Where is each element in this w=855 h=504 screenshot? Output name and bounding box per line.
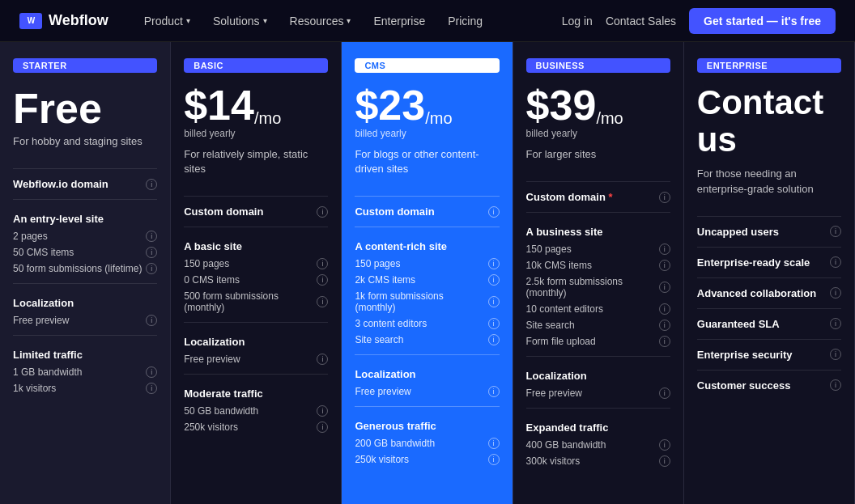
feature-label: 3 content editors: [355, 318, 484, 329]
feature-row: 200 GB bandwidth i: [355, 435, 499, 451]
info-icon[interactable]: i: [146, 179, 157, 190]
feature-row: Guaranteed SLA i: [697, 316, 841, 332]
feature-section: Localization: [526, 370, 670, 382]
business-desc: For larger sites: [526, 147, 670, 162]
feature-title: Advanced collaboration: [697, 287, 827, 299]
info-icon[interactable]: i: [659, 260, 670, 271]
feature-row: Custom domain i: [184, 203, 328, 220]
info-icon[interactable]: i: [488, 334, 500, 345]
nav-pricing[interactable]: Pricing: [438, 10, 492, 32]
nav-solutions[interactable]: Solutions ▾: [203, 10, 277, 32]
cms-price: $23/mo: [355, 84, 499, 126]
divider: [526, 356, 670, 357]
business-price: $39/mo: [526, 84, 670, 126]
starter-price: Free: [13, 84, 157, 133]
info-icon[interactable]: i: [659, 282, 670, 293]
feature-label: 400 GB bandwidth: [526, 439, 656, 451]
pricing-section: STARTER Free For hobby and staging sites…: [0, 42, 855, 504]
divider: [355, 196, 499, 197]
feature-section: Localization: [355, 368, 499, 380]
info-icon[interactable]: i: [659, 439, 670, 451]
info-icon[interactable]: i: [488, 386, 500, 397]
info-icon[interactable]: i: [488, 318, 500, 329]
info-icon[interactable]: i: [317, 274, 328, 286]
feature-section: Moderate traffic: [184, 388, 328, 400]
feature-label: Free preview: [184, 354, 313, 365]
divider: [13, 168, 157, 169]
feature-title: Customer success: [697, 379, 827, 392]
feature-label: Form file upload: [526, 336, 656, 347]
feature-label: 2 pages: [13, 231, 142, 242]
nav-resources[interactable]: Resources ▾: [280, 10, 361, 32]
feature-row: Custom domain * i: [526, 188, 670, 205]
feature-label: 150 pages: [355, 258, 484, 269]
info-icon[interactable]: i: [830, 318, 841, 329]
nav-enterprise[interactable]: Enterprise: [364, 10, 435, 32]
feature-label: 50 form submissions (lifetime): [13, 263, 142, 274]
plan-starter: STARTER Free For hobby and staging sites…: [0, 42, 171, 504]
info-icon[interactable]: i: [659, 455, 670, 467]
info-icon[interactable]: i: [659, 192, 670, 203]
info-icon[interactable]: i: [146, 366, 157, 378]
info-icon[interactable]: i: [488, 438, 500, 449]
info-icon[interactable]: i: [146, 383, 157, 394]
login-button[interactable]: Log in: [562, 15, 593, 28]
feature-title: Custom domain: [184, 205, 313, 218]
basic-price: $14/mo: [184, 84, 328, 126]
cms-billed: billed yearly: [355, 128, 499, 139]
info-icon[interactable]: i: [830, 287, 841, 299]
feature-label: 0 CMS items: [184, 274, 313, 286]
info-icon[interactable]: i: [317, 421, 328, 433]
info-icon[interactable]: i: [488, 206, 500, 218]
info-icon[interactable]: i: [146, 247, 157, 258]
info-icon[interactable]: i: [146, 263, 157, 274]
info-icon[interactable]: i: [830, 349, 841, 360]
info-icon[interactable]: i: [317, 206, 328, 218]
feature-label: Site search: [355, 334, 484, 345]
info-icon[interactable]: i: [659, 303, 670, 315]
business-billed: billed yearly: [526, 128, 670, 139]
info-icon[interactable]: i: [488, 274, 500, 286]
logo[interactable]: W Webflow: [19, 12, 108, 29]
feature-title: Enterprise-ready scale: [697, 256, 827, 269]
feature-row: Free preview i: [184, 351, 328, 367]
feature-section: A business site: [526, 226, 670, 238]
info-icon[interactable]: i: [317, 296, 328, 307]
feature-row: Free preview i: [355, 383, 499, 400]
get-started-button[interactable]: Get started — it's free: [689, 8, 836, 34]
feature-row: 1 GB bandwidth i: [13, 364, 157, 380]
info-icon[interactable]: i: [830, 226, 841, 237]
info-icon[interactable]: i: [317, 405, 328, 417]
divider: [355, 227, 499, 227]
feature-label: 150 pages: [526, 244, 656, 255]
feature-row: Enterprise-ready scale i: [697, 254, 841, 271]
feature-section: Limited traffic: [13, 349, 157, 361]
info-icon[interactable]: i: [146, 315, 157, 326]
info-icon[interactable]: i: [317, 258, 328, 269]
feature-row: Advanced collaboration i: [697, 285, 841, 302]
feature-label: 50 CMS items: [13, 247, 142, 258]
info-icon[interactable]: i: [659, 320, 670, 331]
contact-sales-button[interactable]: Contact Sales: [606, 15, 676, 28]
info-icon[interactable]: i: [830, 256, 841, 268]
enterprise-desc: For those needing an enterprise-grade so…: [697, 167, 841, 196]
feature-row: Form file upload i: [526, 333, 670, 349]
info-icon[interactable]: i: [317, 354, 328, 365]
basic-badge: BASIC: [184, 58, 328, 73]
info-icon[interactable]: i: [659, 336, 670, 347]
divider: [13, 335, 157, 336]
info-icon[interactable]: i: [659, 388, 670, 399]
info-icon[interactable]: i: [488, 258, 500, 269]
info-icon[interactable]: i: [488, 454, 500, 465]
nav-product[interactable]: Product ▾: [134, 10, 200, 32]
plan-enterprise: ENTERPRISE Contact us For those needing …: [684, 42, 855, 504]
info-icon[interactable]: i: [146, 231, 157, 242]
feature-label: 250k visitors: [184, 421, 313, 433]
feature-section: A content-rich site: [355, 240, 499, 252]
info-icon[interactable]: i: [488, 296, 500, 307]
feature-title: Custom domain *: [526, 191, 656, 203]
info-icon[interactable]: i: [830, 379, 841, 391]
feature-title: Enterprise security: [697, 349, 827, 361]
info-icon[interactable]: i: [659, 244, 670, 255]
feature-label: 150 pages: [184, 258, 313, 269]
